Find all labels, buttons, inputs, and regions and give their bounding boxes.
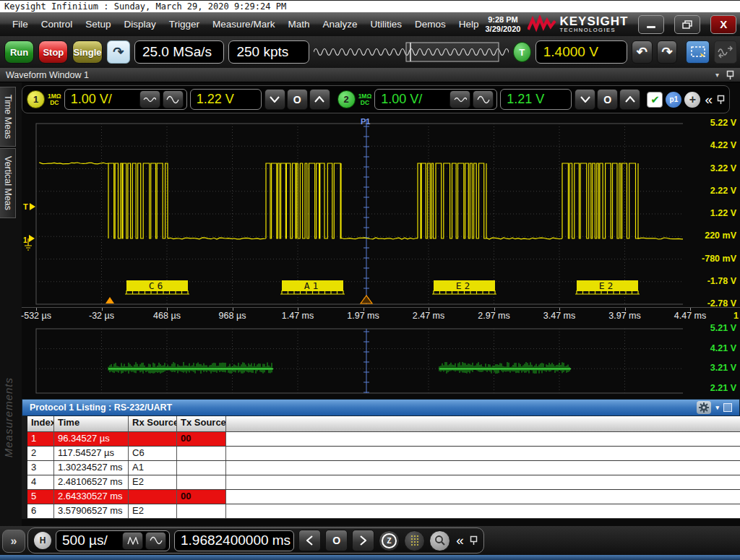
table-row[interactable]: 2117.54527 µsC6	[27, 447, 740, 461]
x-axis-tick	[298, 308, 298, 311]
probe-enable-checkbox[interactable]: ✔	[647, 92, 663, 108]
x-axis-tick	[167, 308, 168, 311]
x-axis-label: 1.47 ms	[282, 311, 314, 321]
menu-file[interactable]: File	[6, 19, 35, 30]
menu-demos[interactable]: Demos	[408, 19, 452, 30]
channel1-offset-up-button[interactable]	[309, 89, 330, 110]
bottombar-pin-icon[interactable]	[470, 535, 478, 546]
add-waveform-button[interactable]: +	[684, 92, 700, 108]
channel2-scale-value[interactable]: 1.00 V/	[381, 92, 447, 107]
trigger-level-field[interactable]: 1.4000 V	[535, 40, 627, 64]
menu-display[interactable]: Display	[118, 19, 163, 30]
upper-waveform-plot[interactable]: T1C6A1E2E2 P1 5.22 V4.22 V3.22 V2.22 V1.…	[22, 116, 740, 307]
menu-trigger[interactable]: Trigger	[163, 19, 206, 30]
x-axis-label: 4.47 ms	[674, 311, 706, 321]
zoom-mode-button[interactable]: Z	[379, 530, 400, 551]
memory-depth-field[interactable]: 250 kpts	[228, 40, 309, 64]
protocol-title: Protocol 1 Listing : RS-232/UART	[30, 402, 172, 413]
expand-panel-button[interactable]: »	[2, 530, 25, 553]
undo-button[interactable]: ↶	[632, 40, 653, 64]
menu-control[interactable]: Control	[35, 19, 79, 30]
position-zero-button[interactable]: O	[325, 530, 348, 551]
upper-plot-canvas: T1C6A1E2E2	[22, 116, 683, 307]
restore-button[interactable]	[674, 15, 700, 34]
clock-time: 9:28 PM	[485, 15, 520, 25]
waveform-tool-button[interactable]	[714, 40, 737, 64]
timebase-zigzag-button[interactable]	[122, 532, 143, 550]
channel1-offset-value[interactable]: 1.22 V	[197, 92, 258, 107]
pan-left-button[interactable]	[298, 530, 321, 551]
menu-help[interactable]: Help	[452, 19, 486, 30]
channel2-badge[interactable]: 2	[337, 90, 356, 108]
channel1-scale-box: 1.00 V/	[64, 89, 187, 110]
brand-name: KEYSIGHT	[559, 16, 628, 27]
channel1-scale-value[interactable]: 1.00 V/	[71, 92, 137, 107]
bottombar-collapse-icon[interactable]: «	[455, 533, 465, 548]
waveform-window-tab[interactable]: Waveform Window 1	[6, 70, 89, 80]
minimize-button[interactable]	[638, 15, 664, 34]
table-row[interactable]: 31.30234527 msA1	[27, 461, 740, 475]
col-index[interactable]: Index	[27, 416, 54, 431]
pin-icon[interactable]	[726, 70, 734, 80]
channel2-offset-value[interactable]: 1.21 V	[507, 92, 568, 107]
menu-setup[interactable]: Setup	[79, 19, 117, 30]
table-row[interactable]: 52.64330527 ms00	[27, 490, 740, 504]
channel2-coupling[interactable]: 1MΩDC	[358, 93, 372, 106]
protocol-settings-button[interactable]	[697, 401, 711, 414]
channel2-offset-down-button[interactable]	[575, 89, 595, 110]
channel1-scale-fine-button[interactable]	[139, 90, 160, 108]
horizontal-badge[interactable]: H	[34, 532, 51, 549]
restore-icon	[682, 20, 692, 29]
channel1-offset-down-button[interactable]	[264, 89, 285, 110]
protocol-dock-icon[interactable]	[723, 403, 732, 412]
protocol-header[interactable]: Protocol 1 Listing : RS-232/UART ▾	[22, 399, 740, 416]
close-button[interactable]: X	[710, 15, 736, 34]
pan-right-button[interactable]	[352, 530, 374, 551]
redo-button[interactable]: ↷	[657, 40, 678, 64]
p1-marker-label[interactable]: P1	[361, 117, 370, 126]
channel2-offset-zero-button[interactable]: O	[597, 89, 618, 110]
col-tx-source[interactable]: Tx Source	[177, 416, 226, 431]
touch-mode-button[interactable]: ↷	[107, 40, 130, 64]
channel1-scale-coarse-button[interactable]	[163, 90, 184, 108]
probe-p1-badge[interactable]: p1	[666, 92, 681, 108]
search-button[interactable]	[429, 530, 450, 551]
svg-text:A1: A1	[304, 280, 322, 291]
timebase-sine-button[interactable]	[145, 532, 166, 550]
tab-vertical-meas[interactable]: Vertical Meas	[0, 148, 16, 218]
menu-analyze[interactable]: Analyze	[316, 19, 363, 30]
timebase-value[interactable]: 500 µs/	[62, 533, 120, 548]
acquisition-overview-strip[interactable]	[314, 40, 509, 64]
channel1-offset-zero-button[interactable]: O	[287, 89, 308, 110]
horizontal-position-value[interactable]: 1.9682400000 ms	[181, 533, 291, 548]
single-button[interactable]: Single	[72, 40, 102, 64]
menu-measure-mark[interactable]: Measure/Mark	[206, 19, 281, 30]
tab-time-meas[interactable]: Time Meas	[0, 87, 16, 147]
channel2-scale-coarse-button[interactable]	[473, 90, 494, 108]
sample-rate-field[interactable]: 25.0 MSa/s	[134, 40, 225, 64]
channel1-coupling[interactable]: 1MΩDC	[48, 93, 61, 106]
region-select-button[interactable]	[686, 40, 709, 64]
channel1-badge[interactable]: 1	[27, 90, 45, 108]
table-row[interactable]: 42.48106527 msE2	[27, 475, 740, 490]
run-button[interactable]: Run	[4, 40, 34, 64]
channel2-offset-up-button[interactable]	[619, 89, 640, 110]
protocol-dropdown-icon[interactable]: ▾	[715, 404, 719, 411]
stop-button[interactable]: Stop	[38, 40, 68, 64]
upper-y-label: 220 mV	[679, 231, 736, 241]
menu-utilities[interactable]: Utilities	[363, 19, 408, 30]
markers-button[interactable]	[404, 530, 425, 551]
lower-waveform-plot[interactable]: 5.21 V4.21 V3.21 V2.21 V	[22, 324, 740, 397]
svg-text:E2: E2	[599, 280, 616, 291]
channelbar-pin-icon[interactable]	[717, 95, 725, 105]
table-row[interactable]: 196.34527 µs00	[27, 432, 740, 447]
col-time[interactable]: Time	[54, 416, 129, 431]
collapse-chevrons-icon[interactable]: «	[703, 92, 714, 108]
col-rx-source[interactable]: Rx Source	[129, 416, 177, 431]
menu-math[interactable]: Math	[281, 19, 316, 30]
trigger-source-badge[interactable]: T	[513, 42, 531, 62]
table-row[interactable]: 63.57906527 msE2	[27, 504, 740, 519]
channel2-scale-fine-button[interactable]	[449, 90, 470, 108]
redo-icon: ↷	[661, 44, 672, 60]
window-dropdown-icon[interactable]: ▾	[715, 71, 719, 79]
